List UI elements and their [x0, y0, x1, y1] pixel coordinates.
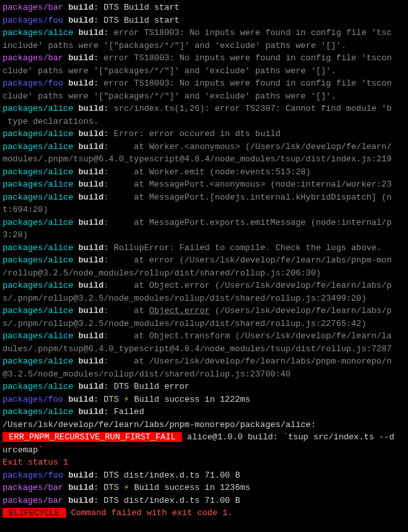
- terminal-line: packages/alice build: at error (/Users/l…: [3, 254, 405, 267]
- terminal-line: packages/alice build: error TS18003: No …: [3, 27, 405, 40]
- terminal-segment: [73, 167, 78, 177]
- terminal-segment: packages/alice: [3, 129, 73, 139]
- terminal-segment: packages/alice: [3, 407, 73, 417]
- terminal-segment: : at /Users/lsk/develop/fe/learn/labs/pn…: [104, 356, 392, 366]
- terminal-segment: ⚡: [124, 395, 129, 404]
- terminal-segment: packages/alice: [3, 28, 73, 38]
- terminal-segment: 3:28): [3, 230, 28, 240]
- terminal-segment: : DTS: [93, 483, 124, 492]
- terminal-segment: packages/alice: [3, 167, 73, 177]
- terminal-line: Exit status 1: [3, 456, 405, 469]
- terminal-line: dules/.pnpm/tsup@6.4.0_typescript@4.8.4/…: [3, 343, 405, 356]
- terminal-segment: [73, 255, 78, 265]
- terminal-segment: build: [78, 243, 104, 253]
- terminal-segment: :: [93, 78, 104, 88]
- terminal-segment: (/Users/lsk/develop/fe/learn/labs/p: [210, 306, 392, 316]
- terminal-segment: packages/bar: [3, 53, 63, 63]
- terminal-segment: ⚡: [124, 483, 129, 492]
- terminal-segment: Object.error: [149, 306, 210, 316]
- terminal-segment: /Users/lsk/develop/fe/learn/labs/pnpm-mo…: [3, 420, 316, 430]
- terminal-line: packages/alice build: at MessagePort.exp…: [3, 216, 405, 229]
- terminal-line: ERR_PNPM_RECURSIVE_RUN_FIRST_FAIL alice@…: [3, 431, 405, 444]
- terminal-segment: Build success in 1222ms: [129, 395, 250, 404]
- terminal-segment: [73, 382, 78, 391]
- terminal-line: type declarations.: [3, 115, 405, 128]
- terminal-segment: packages/alice: [3, 382, 73, 391]
- terminal-line: packages/bar build: DTS dist/index.d.ts …: [3, 494, 405, 507]
- terminal-segment: RollupError: Failed to compile. Check th…: [114, 243, 381, 253]
- terminal-segment: [73, 28, 78, 38]
- terminal-segment: packages/alice: [3, 331, 73, 341]
- terminal-segment: packages/alice: [3, 104, 73, 113]
- terminal-segment: : DTS dist/index.d.ts 71.00 B: [93, 496, 240, 505]
- terminal-segment: : at Object.error (/Users/lsk/develop/fe…: [104, 281, 392, 290]
- terminal-segment: build: [78, 306, 104, 316]
- terminal-segment: [73, 104, 78, 113]
- terminal-segment: build: [68, 3, 93, 12]
- terminal-segment: :: [104, 28, 114, 38]
- terminal-segment: [73, 129, 78, 139]
- terminal-segment: packages/alice: [3, 179, 73, 189]
- terminal-segment: packages/alice: [3, 255, 73, 265]
- terminal-segment: s/.pnpm/rollup@3.2.5/node_modules/rollup…: [3, 294, 367, 303]
- terminal-line: ELIFECYCLE Command failed with exit code…: [3, 507, 405, 520]
- terminal-segment: packages/foo: [3, 78, 63, 88]
- terminal-line: packages/foo build: DTS dist/index.d.ts …: [3, 469, 405, 482]
- terminal-line: packages/alice build: at /Users/lsk/deve…: [3, 355, 405, 368]
- terminal-segment: include' paths were '["packages/*/"]' an…: [3, 41, 346, 51]
- terminal-segment: clude' paths were '["packages/*/"]' and …: [3, 66, 336, 76]
- terminal-segment: : at Object.transform (/Users/lsk/develo…: [104, 331, 392, 341]
- terminal-prompt[interactable]: ➜ pnpm-monorepo: [3, 520, 405, 533]
- terminal-segment: modules/.pnpm/tsup@6.4.0_typescript@4.8.…: [3, 154, 392, 164]
- terminal-line: packages/alice build: at Object.error (/…: [3, 279, 405, 292]
- terminal-line: packages/alice build: RollupError: Faile…: [3, 242, 405, 255]
- terminal-segment: build: [68, 470, 93, 480]
- terminal-segment: src/index.ts(1,26): error TS2307: Cannot…: [114, 104, 392, 113]
- terminal-segment: clude' paths were '["packages/*/"]' and …: [3, 91, 336, 101]
- terminal-line: packages/alice build: at MessagePort.<an…: [3, 178, 405, 191]
- terminal-segment: build: [78, 167, 104, 177]
- terminal-segment: : Failed: [104, 407, 144, 417]
- terminal-segment: build: [68, 78, 93, 88]
- terminal-segment: build: [68, 395, 93, 404]
- terminal-output[interactable]: packages/bar build: DTS Build startpacka…: [3, 1, 405, 520]
- terminal-line: t:694:20): [3, 203, 405, 216]
- terminal-segment: : at error (/Users/lsk/develop/fe/learn/…: [104, 255, 392, 265]
- terminal-line: packages/bar build: DTS Build start: [3, 1, 405, 14]
- terminal-segment: build: [78, 407, 104, 417]
- terminal-segment: : DTS dist/index.d.ts 71.00 B: [93, 470, 240, 480]
- terminal-segment: packages/foo: [3, 395, 63, 404]
- terminal-segment: packages/alice: [3, 142, 73, 152]
- terminal-segment: [73, 331, 78, 341]
- terminal-line: s/.pnpm/rollup@3.2.5/node_modules/rollup…: [3, 292, 405, 305]
- terminal-segment: [73, 243, 78, 253]
- terminal-line: packages/foo build: DTS ⚡ Build success …: [3, 393, 405, 406]
- terminal-line: clude' paths were '["packages/*/"]' and …: [3, 65, 405, 78]
- terminal-segment: :: [93, 53, 104, 63]
- terminal-segment: build: [78, 129, 104, 139]
- terminal-line: packages/alice build: at Worker.emit (no…: [3, 166, 405, 179]
- terminal-segment: build: [78, 255, 104, 265]
- terminal-segment: [73, 142, 78, 152]
- terminal-line: packages/foo build: DTS Build start: [3, 14, 405, 27]
- terminal-segment: s/.pnpm/rollup@3.2.5/node_modules/rollup…: [3, 319, 367, 329]
- terminal-segment: Exit status 1: [3, 457, 68, 467]
- terminal-segment: build: [78, 179, 104, 189]
- terminal-segment: build: [78, 281, 104, 290]
- terminal-segment: :: [104, 129, 114, 139]
- terminal-line: packages/alice build: at Worker.<anonymo…: [3, 141, 405, 154]
- terminal-segment: build: [68, 53, 93, 63]
- terminal-segment: urcemap`: [3, 445, 43, 455]
- terminal-segment: packages/bar: [3, 496, 63, 505]
- terminal-segment: : DTS Build error: [104, 382, 190, 391]
- terminal-segment: build: [68, 496, 93, 505]
- terminal-segment: :: [104, 243, 114, 253]
- terminal-segment: : at Worker.<anonymous> (/Users/lsk/deve…: [104, 142, 392, 152]
- terminal-line: packages/alice build: src/index.ts(1,26)…: [3, 102, 405, 115]
- terminal-segment: dules/.pnpm/tsup@6.4.0_typescript@4.8.4/…: [3, 344, 392, 354]
- terminal-segment: build: [78, 142, 104, 152]
- terminal-segment: [73, 356, 78, 366]
- terminal-segment: build: [68, 16, 93, 25]
- terminal-segment: : at: [104, 306, 149, 316]
- terminal-segment: alice@1.0.0 build: `tsup src/index.ts --…: [182, 432, 394, 442]
